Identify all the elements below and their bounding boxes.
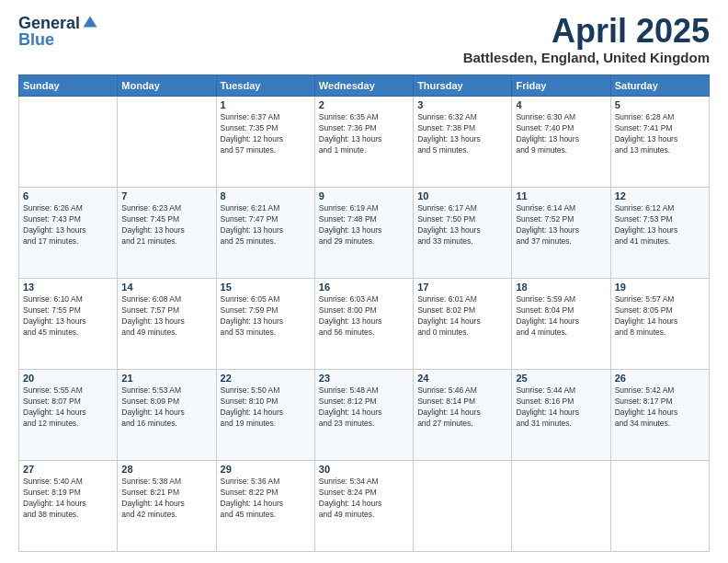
calendar-cell: 20Sunrise: 5:55 AM Sunset: 8:07 PM Dayli… [19, 370, 118, 461]
day-number: 18 [516, 282, 606, 293]
day-info: Sunrise: 6:12 AM Sunset: 7:53 PM Dayligh… [615, 203, 705, 247]
calendar-week-2: 6Sunrise: 6:26 AM Sunset: 7:43 PM Daylig… [19, 188, 710, 279]
day-info: Sunrise: 5:53 AM Sunset: 8:09 PM Dayligh… [121, 385, 211, 430]
logo-general: General [18, 15, 80, 31]
day-info: Sunrise: 5:40 AM Sunset: 8:19 PM Dayligh… [23, 477, 113, 521]
calendar-cell: 15Sunrise: 6:05 AM Sunset: 7:59 PM Dayli… [216, 279, 314, 370]
day-info: Sunrise: 5:59 AM Sunset: 8:04 PM Dayligh… [516, 294, 606, 339]
day-number: 7 [121, 190, 211, 201]
day-number: 14 [121, 282, 211, 293]
title-location: Battlesden, England, United Kingdom [463, 50, 710, 65]
header: General Blue April 2025 Battlesden, Engl… [18, 15, 710, 65]
day-info: Sunrise: 6:37 AM Sunset: 7:35 PM Dayligh… [221, 112, 311, 156]
day-number: 11 [516, 190, 606, 201]
calendar-cell: 26Sunrise: 5:42 AM Sunset: 8:17 PM Dayli… [610, 370, 709, 461]
day-info: Sunrise: 6:30 AM Sunset: 7:40 PM Dayligh… [516, 112, 606, 156]
day-number: 6 [23, 190, 113, 201]
calendar-cell: 10Sunrise: 6:17 AM Sunset: 7:50 PM Dayli… [414, 188, 512, 279]
calendar-header-row: Sunday Monday Tuesday Wednesday Thursday… [19, 75, 710, 97]
day-info: Sunrise: 6:32 AM Sunset: 7:38 PM Dayligh… [417, 112, 507, 156]
calendar-cell: 14Sunrise: 6:08 AM Sunset: 7:57 PM Dayli… [118, 279, 216, 370]
calendar-week-1: 1Sunrise: 6:37 AM Sunset: 7:35 PM Daylig… [19, 97, 710, 188]
title-block: April 2025 Battlesden, England, United K… [463, 15, 710, 65]
calendar-cell: 25Sunrise: 5:44 AM Sunset: 8:16 PM Dayli… [512, 370, 610, 461]
calendar-cell [118, 97, 216, 188]
day-info: Sunrise: 5:38 AM Sunset: 8:21 PM Dayligh… [121, 477, 211, 521]
logo: General Blue [18, 15, 98, 48]
calendar-cell [610, 461, 709, 552]
header-saturday: Saturday [610, 75, 709, 97]
day-number: 16 [319, 282, 409, 293]
header-tuesday: Tuesday [216, 75, 314, 97]
header-wednesday: Wednesday [314, 75, 413, 97]
calendar-cell: 6Sunrise: 6:26 AM Sunset: 7:43 PM Daylig… [19, 188, 118, 279]
day-info: Sunrise: 6:10 AM Sunset: 7:55 PM Dayligh… [23, 294, 113, 339]
logo-text: General [18, 15, 98, 31]
day-number: 29 [221, 464, 311, 475]
day-info: Sunrise: 5:57 AM Sunset: 8:05 PM Dayligh… [615, 294, 705, 339]
logo-blue: Blue [18, 31, 54, 48]
day-info: Sunrise: 6:08 AM Sunset: 7:57 PM Dayligh… [121, 294, 211, 339]
day-info: Sunrise: 6:28 AM Sunset: 7:41 PM Dayligh… [615, 112, 705, 156]
day-number: 27 [23, 464, 113, 475]
day-number: 19 [615, 282, 705, 293]
day-number: 25 [516, 373, 606, 384]
day-info: Sunrise: 6:14 AM Sunset: 7:52 PM Dayligh… [516, 203, 606, 247]
calendar-week-5: 27Sunrise: 5:40 AM Sunset: 8:19 PM Dayli… [19, 461, 710, 552]
day-number: 28 [121, 464, 211, 475]
calendar-cell: 21Sunrise: 5:53 AM Sunset: 8:09 PM Dayli… [118, 370, 216, 461]
day-info: Sunrise: 6:01 AM Sunset: 8:02 PM Dayligh… [417, 294, 507, 339]
day-number: 22 [221, 373, 311, 384]
title-month: April 2025 [463, 15, 710, 48]
svg-marker-0 [84, 17, 97, 28]
logo-icon [82, 15, 98, 31]
calendar-cell: 4Sunrise: 6:30 AM Sunset: 7:40 PM Daylig… [512, 97, 610, 188]
calendar-cell: 16Sunrise: 6:03 AM Sunset: 8:00 PM Dayli… [314, 279, 413, 370]
day-info: Sunrise: 5:55 AM Sunset: 8:07 PM Dayligh… [23, 385, 113, 430]
day-number: 1 [221, 99, 311, 110]
calendar-cell: 18Sunrise: 5:59 AM Sunset: 8:04 PM Dayli… [512, 279, 610, 370]
day-info: Sunrise: 6:23 AM Sunset: 7:45 PM Dayligh… [121, 203, 211, 247]
day-number: 13 [23, 282, 113, 293]
day-info: Sunrise: 5:36 AM Sunset: 8:22 PM Dayligh… [221, 477, 311, 521]
header-friday: Friday [512, 75, 610, 97]
day-number: 24 [417, 373, 507, 384]
day-number: 20 [23, 373, 113, 384]
header-monday: Monday [118, 75, 216, 97]
day-number: 2 [319, 99, 409, 110]
day-info: Sunrise: 6:19 AM Sunset: 7:48 PM Dayligh… [319, 203, 409, 247]
day-info: Sunrise: 6:17 AM Sunset: 7:50 PM Dayligh… [417, 203, 507, 247]
day-number: 15 [221, 282, 311, 293]
calendar-cell: 30Sunrise: 5:34 AM Sunset: 8:24 PM Dayli… [314, 461, 413, 552]
calendar-cell [512, 461, 610, 552]
day-info: Sunrise: 5:34 AM Sunset: 8:24 PM Dayligh… [319, 477, 409, 521]
day-number: 17 [417, 282, 507, 293]
day-info: Sunrise: 6:21 AM Sunset: 7:47 PM Dayligh… [221, 203, 311, 247]
day-number: 23 [319, 373, 409, 384]
day-number: 30 [319, 464, 409, 475]
calendar-cell: 9Sunrise: 6:19 AM Sunset: 7:48 PM Daylig… [314, 188, 413, 279]
calendar-cell: 12Sunrise: 6:12 AM Sunset: 7:53 PM Dayli… [610, 188, 709, 279]
calendar-cell: 7Sunrise: 6:23 AM Sunset: 7:45 PM Daylig… [118, 188, 216, 279]
calendar-cell: 22Sunrise: 5:50 AM Sunset: 8:10 PM Dayli… [216, 370, 314, 461]
day-info: Sunrise: 5:44 AM Sunset: 8:16 PM Dayligh… [516, 385, 606, 430]
calendar-cell: 13Sunrise: 6:10 AM Sunset: 7:55 PM Dayli… [19, 279, 118, 370]
day-info: Sunrise: 6:05 AM Sunset: 7:59 PM Dayligh… [221, 294, 311, 339]
calendar-week-3: 13Sunrise: 6:10 AM Sunset: 7:55 PM Dayli… [19, 279, 710, 370]
calendar-cell: 17Sunrise: 6:01 AM Sunset: 8:02 PM Dayli… [414, 279, 512, 370]
calendar-table: Sunday Monday Tuesday Wednesday Thursday… [18, 75, 710, 552]
calendar-cell: 8Sunrise: 6:21 AM Sunset: 7:47 PM Daylig… [216, 188, 314, 279]
day-number: 21 [121, 373, 211, 384]
day-number: 8 [221, 190, 311, 201]
day-number: 10 [417, 190, 507, 201]
calendar-cell: 11Sunrise: 6:14 AM Sunset: 7:52 PM Dayli… [512, 188, 610, 279]
calendar-cell: 24Sunrise: 5:46 AM Sunset: 8:14 PM Dayli… [414, 370, 512, 461]
calendar-cell: 1Sunrise: 6:37 AM Sunset: 7:35 PM Daylig… [216, 97, 314, 188]
logo-blue-text: Blue [18, 31, 54, 48]
calendar-cell [19, 97, 118, 188]
header-sunday: Sunday [19, 75, 118, 97]
calendar-cell: 3Sunrise: 6:32 AM Sunset: 7:38 PM Daylig… [414, 97, 512, 188]
day-info: Sunrise: 6:03 AM Sunset: 8:00 PM Dayligh… [319, 294, 409, 339]
calendar-cell: 29Sunrise: 5:36 AM Sunset: 8:22 PM Dayli… [216, 461, 314, 552]
day-info: Sunrise: 5:46 AM Sunset: 8:14 PM Dayligh… [417, 385, 507, 430]
